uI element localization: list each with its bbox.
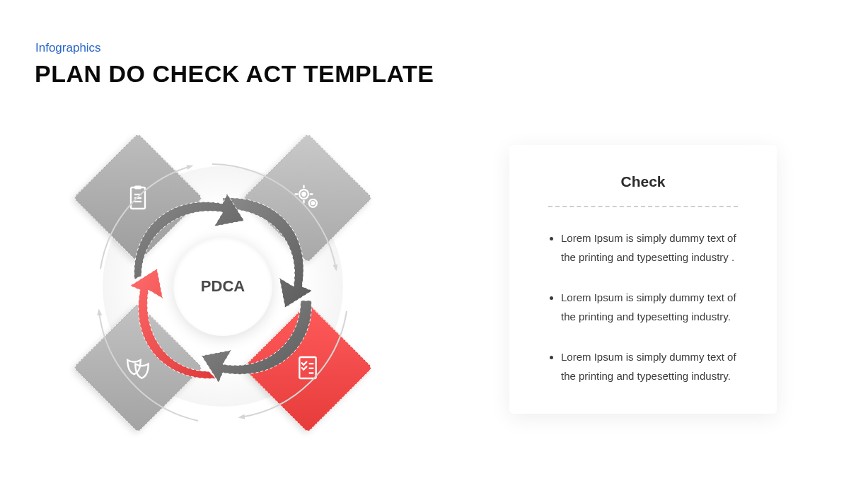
page-title: PLAN DO CHECK ACT TEMPLATE bbox=[35, 60, 434, 88]
pdca-diagram: PDCA bbox=[50, 127, 403, 481]
category-label: Infographics bbox=[35, 41, 101, 55]
list-item: Lorem Ipsum is simply dummy text of the … bbox=[561, 288, 738, 326]
list-item: Lorem Ipsum is simply dummy text of the … bbox=[561, 228, 738, 267]
detail-card: Check Lorem Ipsum is simply dummy text o… bbox=[509, 145, 777, 414]
card-divider bbox=[548, 206, 738, 207]
card-bullet-list: Lorem Ipsum is simply dummy text of the … bbox=[548, 228, 738, 385]
diagram-center-label: PDCA bbox=[173, 237, 272, 336]
list-item: Lorem Ipsum is simply dummy text of the … bbox=[561, 347, 738, 385]
card-title: Check bbox=[548, 173, 738, 190]
